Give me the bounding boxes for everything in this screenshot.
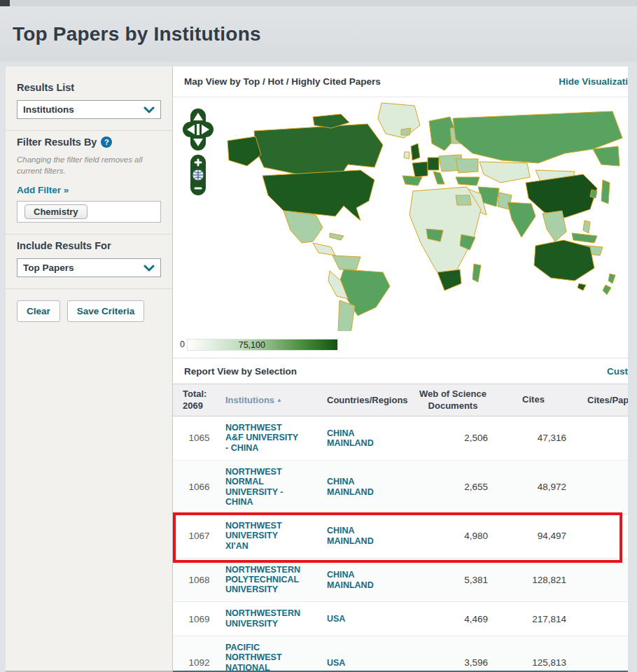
customize-link[interactable]: Cust xyxy=(607,366,628,377)
table-row: 1092 PACIFIC NORTHWEST NATIONAL LABORATO… xyxy=(173,636,628,671)
choropleth-map[interactable] xyxy=(173,97,628,331)
cites-cell: 48,972 xyxy=(495,482,572,492)
total-value: 2069 xyxy=(183,400,225,412)
results-list-section: Results List Institutions xyxy=(6,76,172,130)
wos-documents-cell: 4,980 xyxy=(411,531,495,541)
rank-cell: 1067 xyxy=(173,531,225,541)
filter-section: Filter Results By ? Changing the filter … xyxy=(6,131,172,234)
institution-cell: NORTHWESTERN UNIVERSITY xyxy=(225,608,327,629)
column-header-wos-documents[interactable]: Web of Science Documents xyxy=(411,385,495,415)
country-cell: CHINA MAINLAND xyxy=(327,428,411,449)
column-header-cites-per-paper[interactable]: Cites/Pap xyxy=(572,391,628,409)
save-criteria-button[interactable]: Save Criteria xyxy=(67,300,145,322)
table-row: 1068 NORTHWESTERN POLYTECHNICAL UNIVERSI… xyxy=(173,559,628,603)
institution-link[interactable]: NORTHWEST UNIVERSITY XI'AN xyxy=(225,521,301,551)
wos-documents-cell: 3,596 xyxy=(411,657,495,668)
country-cell: USA xyxy=(327,614,411,624)
map-view-header: Map View by Top / Hot / Highly Cited Pap… xyxy=(173,66,628,97)
results-list-dropdown[interactable]: Institutions xyxy=(17,100,161,119)
corner-square xyxy=(0,0,10,6)
country-cell: USA xyxy=(327,658,411,668)
country-cell: CHINA MAINLAND xyxy=(327,477,411,497)
institution-link[interactable]: NORTHWESTERN UNIVERSITY xyxy=(225,608,301,629)
map-view-title: Map View by Top / Hot / Highly Cited Pap… xyxy=(184,76,381,87)
report-view-title: Report View by Selection xyxy=(184,366,297,377)
active-filters-box: Chemistry xyxy=(17,201,161,223)
sidebar: Results List Institutions Filter Results… xyxy=(6,66,173,672)
column-header-cites[interactable]: Cites xyxy=(495,391,572,409)
include-results-dropdown[interactable]: Top Papers xyxy=(17,258,161,277)
add-filter-link[interactable]: Add Filter » xyxy=(17,185,69,195)
institution-cell: NORTHWESTERN POLYTECHNICAL UNIVERSITY xyxy=(225,565,327,596)
help-icon[interactable]: ? xyxy=(101,136,112,148)
total-label: Total: xyxy=(183,388,225,400)
map-legend: 0 75,100 xyxy=(173,331,628,358)
cites-cell: 217,814 xyxy=(495,614,572,624)
institution-cell: PACIFIC NORTHWEST NATIONAL LABORATORY xyxy=(225,643,327,671)
wos-documents-cell: 2,655 xyxy=(411,482,495,492)
institution-link[interactable]: NORTHWEST NORMAL UNIVERSITY - CHINA xyxy=(225,467,301,507)
cites-cell: 47,316 xyxy=(495,433,572,443)
sort-asc-icon: ▲ xyxy=(276,397,282,403)
table-row: 1067 NORTHWEST UNIVERSITY XI'AN CHINA MA… xyxy=(173,514,628,559)
column-header-institutions[interactable]: Institutions▲ xyxy=(225,391,327,409)
page-title: Top Papers by Institutions xyxy=(13,23,261,46)
cites-cell: 94,497 xyxy=(495,531,572,541)
pan-control xyxy=(183,108,214,150)
institution-link[interactable]: PACIFIC NORTHWEST NATIONAL LABORATORY xyxy=(225,643,301,671)
rank-cell: 1068 xyxy=(173,575,225,585)
institution-link[interactable]: NORTHWESTERN POLYTECHNICAL UNIVERSITY xyxy=(225,565,301,595)
include-results-value: Top Papers xyxy=(23,262,74,273)
sidebar-buttons: Clear Save Criteria xyxy=(6,289,172,333)
rank-cell: 1066 xyxy=(173,482,225,492)
report-table-body: 1065 NORTHWEST A&F UNIVERSITY - CHINA CH… xyxy=(173,416,628,671)
cites-cell: 128,821 xyxy=(495,575,572,585)
zoom-world-button xyxy=(192,169,204,181)
main-panel: Map View by Top / Hot / Highly Cited Pap… xyxy=(173,66,628,672)
top-strip xyxy=(0,0,637,6)
country-cell: CHINA MAINLAND xyxy=(327,570,411,590)
filter-by-label: Filter Results By xyxy=(17,136,97,148)
legend-gradient-bar: 75,100 xyxy=(187,339,338,351)
cites-cell: 125,813 xyxy=(495,657,572,668)
rank-cell: 1092 xyxy=(173,657,225,668)
legend-min-label: 0 xyxy=(180,340,185,349)
legend-max-label: 75,100 xyxy=(239,340,265,350)
map-controls xyxy=(181,107,215,197)
table-row: 1065 NORTHWEST A&F UNIVERSITY - CHINA CH… xyxy=(173,416,628,461)
include-results-label: Include Results For xyxy=(17,240,161,251)
hide-visualization-link[interactable]: Hide Visualizati xyxy=(559,76,628,87)
wos-documents-cell: 4,469 xyxy=(411,614,495,624)
total-count: Total: 2069 xyxy=(173,385,225,415)
institution-cell: NORTHWEST NORMAL UNIVERSITY - CHINA xyxy=(225,467,327,507)
results-list-value: Institutions xyxy=(23,104,74,115)
table-row: 1069 NORTHWESTERN UNIVERSITY USA 4,469 2… xyxy=(173,602,628,636)
world-map[interactable] xyxy=(173,97,628,331)
rank-cell: 1065 xyxy=(173,433,225,443)
table-header: Total: 2069 Institutions▲ Countries/Regi… xyxy=(173,384,628,416)
institution-cell: NORTHWEST UNIVERSITY XI'AN xyxy=(225,521,327,552)
table-row: 1066 NORTHWEST NORMAL UNIVERSITY - CHINA… xyxy=(173,461,628,514)
filter-chip-chemistry[interactable]: Chemistry xyxy=(24,204,88,219)
institution-link[interactable]: NORTHWEST A&F UNIVERSITY - CHINA xyxy=(225,423,301,453)
chevron-down-icon xyxy=(144,262,155,274)
zoom-pill xyxy=(190,155,206,195)
institution-cell: NORTHWEST A&F UNIVERSITY - CHINA xyxy=(225,423,327,454)
wos-documents-cell: 2,506 xyxy=(411,433,495,443)
content-area: Results List Institutions Filter Results… xyxy=(6,66,628,672)
country-cell: CHINA MAINLAND xyxy=(327,526,411,546)
rank-cell: 1069 xyxy=(173,614,225,624)
results-list-label: Results List xyxy=(17,82,161,93)
wos-documents-cell: 5,381 xyxy=(411,575,495,585)
chevron-down-icon xyxy=(144,104,155,116)
report-view-header: Report View by Selection Cust xyxy=(173,358,628,384)
column-header-countries[interactable]: Countries/Regions xyxy=(327,391,411,409)
clear-button[interactable]: Clear xyxy=(17,300,60,322)
include-results-section: Include Results For Top Papers xyxy=(6,234,172,288)
filter-note: Changing the filter field removes all cu… xyxy=(17,155,161,176)
app-header: Top Papers by Institutions xyxy=(0,6,637,62)
